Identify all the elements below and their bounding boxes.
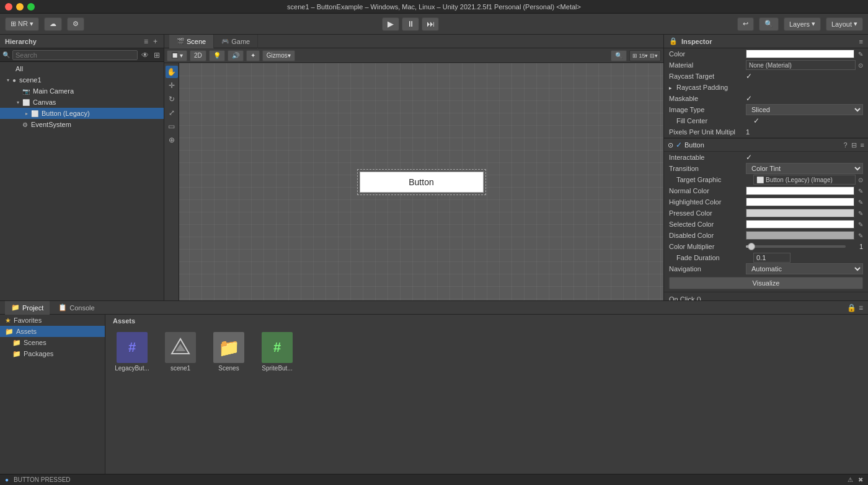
bottom-menu-icon[interactable]: ≡ xyxy=(859,304,863,312)
tool-move[interactable]: ✛ xyxy=(166,79,178,92)
hierarchy-item-all[interactable]: All xyxy=(0,63,164,74)
target-graphic-field[interactable]: ⬜ Button (Legacy) (Image) xyxy=(753,175,856,185)
sidebar-item-packages[interactable]: 📁 Packages xyxy=(0,348,105,359)
hierarchy-item-button-legacy[interactable]: ▸ ⬜ Button (Legacy) xyxy=(0,108,164,119)
image-material-pick-icon[interactable]: ⊙ xyxy=(858,62,863,69)
bottom-lock-icon[interactable]: 🔒 xyxy=(847,304,856,312)
maximize-button[interactable] xyxy=(27,3,35,11)
color-multiplier-track[interactable] xyxy=(746,245,846,248)
play-button[interactable]: ▶ xyxy=(382,17,399,31)
highlighted-color-picker[interactable] xyxy=(746,198,854,206)
play-icon: ▶ xyxy=(388,19,394,28)
scene-shading-dropdown[interactable]: 🔲▾ xyxy=(167,50,187,61)
undo-button[interactable]: ↩ xyxy=(737,17,754,31)
tool-transform[interactable]: ⊕ xyxy=(166,134,178,146)
scene-light-button[interactable]: 💡 xyxy=(209,50,225,61)
scene-fx-button[interactable]: ✦ xyxy=(246,50,260,61)
disabled-color-edit-icon[interactable]: ✎ xyxy=(858,232,863,239)
tool-rect[interactable]: ▭ xyxy=(166,120,178,133)
tab-game[interactable]: 🎮 Game xyxy=(214,35,258,48)
asset-item-legacybut[interactable]: # LegacyBut... xyxy=(110,330,154,374)
normal-color-edit-icon[interactable]: ✎ xyxy=(858,188,863,194)
scene-search[interactable]: 🔍 xyxy=(611,50,627,61)
status-error-icon: ✖ xyxy=(858,476,863,483)
tab-console[interactable]: 📋 Console xyxy=(52,301,100,315)
button-help-icon[interactable]: ? xyxy=(843,141,847,149)
hierarchy-eye-button[interactable]: 👁 xyxy=(140,51,150,59)
highlighted-color-edit-icon[interactable]: ✎ xyxy=(858,199,863,206)
fade-duration-label: Fade Duration xyxy=(676,254,751,261)
asset-item-scene1[interactable]: scene1 xyxy=(159,330,202,374)
maskable-check[interactable]: ✓ xyxy=(746,94,752,103)
layers-dropdown[interactable]: Layers ▾ xyxy=(784,17,821,31)
hierarchy-item-scene1[interactable]: ▾ ● scene1 xyxy=(0,74,164,85)
cloud-button[interactable]: ☁ xyxy=(44,17,62,31)
button-preset-icon[interactable]: ⊟ xyxy=(851,141,857,149)
interactable-check[interactable]: ✓ xyxy=(746,153,752,162)
scene-resolution[interactable]: ⊞ 15▾ ⊟▾ xyxy=(629,50,661,61)
project-sidebar: ★ Favorites 📁 Assets 📁 Scenes 📁 Packages xyxy=(0,315,105,474)
unity-ui-button[interactable]: Button xyxy=(360,172,484,193)
normal-color-picker[interactable] xyxy=(746,186,854,195)
layout-dropdown[interactable]: Layout ▾ xyxy=(826,17,863,31)
button-menu-icon[interactable]: ≡ xyxy=(861,141,864,149)
scene-gizmos-dropdown[interactable]: Gizmos▾ xyxy=(262,50,295,61)
image-color-picker[interactable] xyxy=(746,50,854,58)
asset-item-scenes[interactable]: 📁 Scenes xyxy=(207,330,250,374)
scene-view[interactable]: ✋ ✛ ↻ ⤢ ▭ ⊕ Button xyxy=(164,63,663,300)
disabled-color-label: Disabled Color xyxy=(669,232,743,239)
collab-button[interactable]: ⚙ xyxy=(67,17,84,31)
inspector-body: Color ✎ Material None (Material) ⊙ xyxy=(664,48,868,300)
tool-scale[interactable]: ⤢ xyxy=(166,107,178,119)
asset-icon-spritebut: # xyxy=(262,332,293,363)
pause-button[interactable]: ⏸ xyxy=(402,17,419,31)
scene-2d-button[interactable]: 2D xyxy=(190,50,206,61)
interactable-label: Interactable xyxy=(669,154,743,161)
selected-color-edit-icon[interactable]: ✎ xyxy=(858,221,863,228)
asset-icon-scenes: 📁 xyxy=(213,332,244,363)
step-button[interactable]: ⏭ xyxy=(422,17,439,31)
minimize-button[interactable] xyxy=(16,3,24,11)
hierarchy-menu-button[interactable]: ≡ xyxy=(143,37,149,46)
pressed-color-picker[interactable] xyxy=(746,209,854,217)
inspector-menu-icon[interactable]: ≡ xyxy=(859,38,863,45)
sidebar-item-scenes[interactable]: 📁 Scenes xyxy=(0,337,105,348)
fade-duration-input[interactable] xyxy=(753,253,790,263)
navigation-dropdown[interactable]: Automatic xyxy=(746,263,863,274)
scene-audio-button[interactable]: 🔊 xyxy=(228,50,244,61)
close-button[interactable] xyxy=(5,3,12,11)
sidebar-item-assets[interactable]: 📁 Assets xyxy=(0,326,105,337)
tool-hand[interactable]: ✋ xyxy=(166,66,178,78)
hierarchy-item-eventsystem[interactable]: ⚙ EventSystem xyxy=(0,119,164,130)
pressed-color-edit-icon[interactable]: ✎ xyxy=(858,210,863,217)
tab-scene[interactable]: 🎬 Scene xyxy=(169,35,214,48)
bottom-tabs: 📁 Project 📋 Console 🔒 ≡ xyxy=(0,301,868,315)
visualize-button[interactable]: Visualize xyxy=(669,277,863,289)
hierarchy-item-main-camera[interactable]: 📷 Main Camera xyxy=(0,85,164,97)
button-enabled-check[interactable]: ✓ xyxy=(676,141,682,149)
image-type-dropdown[interactable]: Sliced xyxy=(746,104,863,115)
assets-folder-icon: 📁 xyxy=(5,328,14,336)
image-material-row: Material None (Material) ⊙ xyxy=(664,59,868,71)
disabled-color-picker[interactable] xyxy=(746,231,854,240)
color-multiplier-thumb[interactable] xyxy=(748,243,755,250)
tab-project[interactable]: 📁 Project xyxy=(5,301,50,315)
search-button[interactable]: 🔍 xyxy=(759,17,779,31)
nr-dropdown[interactable]: ⊞ NR ▾ xyxy=(5,17,39,31)
selected-color-picker[interactable] xyxy=(746,220,854,229)
hierarchy-search-input[interactable] xyxy=(12,50,138,60)
hierarchy-item-canvas[interactable]: ▾ ⬜ Canvas xyxy=(0,97,164,108)
hierarchy-filter-button[interactable]: ⊞ xyxy=(153,51,161,59)
image-color-edit-icon[interactable]: ✎ xyxy=(858,51,863,58)
asset-item-spritebut[interactable]: # SpriteBut... xyxy=(255,330,299,374)
target-graphic-pick-icon[interactable]: ⊙ xyxy=(858,177,863,183)
raycast-target-check[interactable]: ✓ xyxy=(746,72,752,81)
tree-icon-canvas: ⬜ xyxy=(22,99,30,106)
fill-center-check[interactable]: ✓ xyxy=(753,116,760,125)
tool-rotate[interactable]: ↻ xyxy=(166,93,178,105)
image-material-field[interactable]: None (Material) xyxy=(746,60,856,70)
hierarchy-add-button[interactable]: + xyxy=(152,37,159,46)
sidebar-item-favorites[interactable]: ★ Favorites xyxy=(0,315,105,326)
transition-dropdown[interactable]: Color Tint xyxy=(746,163,863,174)
unity-logo-icon xyxy=(169,336,192,359)
